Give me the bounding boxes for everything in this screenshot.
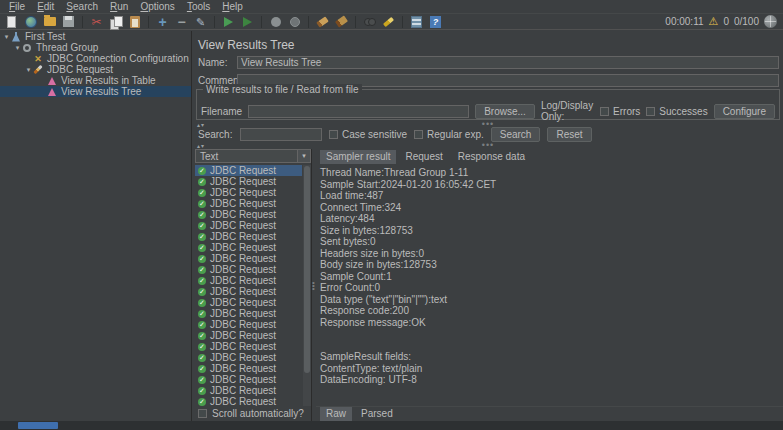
success-icon: ✓ [198, 244, 206, 252]
search-button[interactable]: Search [491, 127, 541, 142]
write-results-legend: Write results to file / Read from file [203, 84, 362, 95]
result-list-item[interactable]: ✓ JDBC Request [195, 275, 302, 286]
tree-item-first-test[interactable]: ▾ First Test [0, 31, 191, 42]
name-input[interactable] [237, 56, 779, 69]
tab-response-data[interactable]: Response data [452, 150, 531, 164]
success-icon: ✓ [198, 398, 206, 406]
tab-request[interactable]: Request [399, 150, 448, 164]
stop-icon[interactable] [268, 15, 283, 29]
menu-item[interactable]: Help [217, 1, 248, 12]
result-list-item[interactable]: ✓ JDBC Request [195, 231, 302, 242]
result-list-item[interactable]: ✓ JDBC Request [195, 264, 302, 275]
tree-item-label: View Results in Table [61, 75, 156, 86]
splitter-vertical[interactable]: ••• [311, 149, 316, 421]
edit-icon[interactable]: ✎ [193, 15, 208, 29]
result-list-item[interactable]: ✓ JDBC Request [195, 286, 302, 297]
start-icon[interactable] [221, 15, 236, 29]
chevron-down-icon[interactable]: ▾ [13, 44, 22, 52]
save-icon[interactable] [61, 15, 76, 29]
result-list-item[interactable]: ✓ JDBC Request [195, 253, 302, 264]
browse-button[interactable]: Browse... [475, 104, 535, 119]
list-scrollbar-thumb[interactable] [304, 166, 310, 373]
splitter-grip[interactable]: ••• [312, 281, 315, 290]
result-list-item[interactable]: ✓ JDBC Request [195, 220, 302, 231]
tab-parsed[interactable]: Parsed [355, 407, 399, 421]
remove-element-icon[interactable]: − [174, 15, 189, 29]
menu-item[interactable]: Run [105, 1, 133, 12]
copy-icon[interactable] [108, 15, 123, 29]
view-mode-combobox[interactable]: Text ▾ [195, 149, 311, 163]
active-task-indicator[interactable] [18, 422, 58, 429]
result-list-item[interactable]: ✓ JDBC Request [195, 385, 302, 396]
result-list-item[interactable]: ✓ JDBC Request [195, 330, 302, 341]
errors-checkbox[interactable] [600, 107, 609, 116]
successes-checkbox-wrap[interactable]: Successes [646, 106, 707, 117]
reset-button[interactable]: Reset [547, 127, 591, 142]
chevron-down-icon[interactable]: ▾ [2, 33, 11, 41]
filename-input[interactable] [248, 105, 469, 118]
open-file-icon[interactable] [42, 15, 57, 29]
result-list-item[interactable]: ✓ JDBC Request [195, 209, 302, 220]
splitter-collapse-arrows[interactable]: ▴▾ [197, 142, 205, 149]
tab-sampler-result[interactable]: Sampler result [320, 150, 396, 164]
scroll-automatically-wrap[interactable]: Scroll automatically? [195, 406, 311, 421]
results-chart-icon [47, 76, 57, 86]
combo-arrow-icon[interactable]: ▾ [297, 150, 310, 162]
tree-item-view-results-tree[interactable]: View Results Tree [0, 86, 191, 97]
menu-item[interactable]: Tools [182, 1, 215, 12]
shutdown-icon[interactable] [287, 15, 302, 29]
result-list-item[interactable]: ✓ JDBC Request [195, 352, 302, 363]
result-list-item[interactable]: ✓ JDBC Request [195, 341, 302, 352]
help-icon[interactable]: ? [428, 15, 443, 29]
elapsed-time: 00:00:11 [665, 16, 703, 27]
regular-exp-checkbox-wrap[interactable]: Regular exp. [414, 129, 484, 140]
list-scrollbar[interactable] [303, 165, 311, 406]
menu-item[interactable]: Options [135, 1, 179, 12]
tree-item-jdbc-request[interactable]: ▾ JDBC Request [0, 64, 191, 75]
result-list-item[interactable]: ✓ JDBC Request [195, 176, 302, 187]
function-helper-icon[interactable] [409, 15, 424, 29]
successes-checkbox[interactable] [646, 107, 655, 116]
tree-item-view-results-in-table[interactable]: View Results in Table [0, 75, 191, 86]
result-list-item[interactable]: ✓ JDBC Request [195, 242, 302, 253]
clear-icon[interactable] [315, 15, 330, 29]
result-list-item[interactable]: ✓ JDBC Request [195, 187, 302, 198]
result-list-item[interactable]: ✓ JDBC Request [195, 319, 302, 330]
regular-exp-checkbox[interactable] [414, 130, 423, 139]
tree-item-thread-group[interactable]: ▾ Thread Group [0, 42, 191, 53]
menu-item[interactable]: Edit [32, 1, 59, 12]
configure-button[interactable]: Configure [714, 104, 775, 119]
tab-raw[interactable]: Raw [320, 407, 352, 421]
menu-item[interactable]: Search [61, 1, 103, 12]
warning-icon[interactable]: ⚠ [709, 15, 719, 28]
result-list-item[interactable]: ✓ JDBC Request [195, 363, 302, 374]
jdbc-request-icon [33, 65, 43, 75]
case-sensitive-checkbox[interactable] [329, 130, 338, 139]
new-file-icon[interactable] [4, 15, 19, 29]
cut-icon[interactable]: ✂ [89, 15, 104, 29]
paste-icon[interactable] [127, 15, 142, 29]
templates-icon[interactable] [23, 15, 38, 29]
clear-all-icon[interactable] [334, 15, 349, 29]
result-list-item[interactable]: ✓ JDBC Request [195, 198, 302, 209]
errors-checkbox-wrap[interactable]: Errors [600, 106, 640, 117]
reset-search-icon[interactable] [381, 15, 396, 29]
result-list-item-label: JDBC Request [210, 297, 276, 308]
menu-item[interactable]: File [4, 1, 30, 12]
splitter-horizontal[interactable]: ▴▾ ••• [193, 142, 783, 149]
start-no-pauses-icon[interactable] [240, 15, 255, 29]
result-list-item[interactable]: ✓ JDBC Request [195, 396, 302, 406]
search-input[interactable] [240, 128, 322, 141]
result-list-item[interactable]: ✓ JDBC Request [195, 297, 302, 308]
add-element-icon[interactable]: + [155, 15, 170, 29]
chevron-down-icon[interactable]: ▾ [24, 66, 33, 74]
tree-item-jdbc-connection-configuration[interactable]: ✕ JDBC Connection Configuration [0, 53, 191, 64]
result-list-item[interactable]: ✓ JDBC Request [195, 165, 302, 176]
case-sensitive-checkbox-wrap[interactable]: Case sensitive [329, 129, 407, 140]
search-results-icon[interactable] [362, 15, 377, 29]
result-list-item[interactable]: ✓ JDBC Request [195, 308, 302, 319]
successes-label: Successes [659, 106, 707, 117]
result-list-item[interactable]: ✓ JDBC Request [195, 374, 302, 385]
scroll-automatically-checkbox[interactable] [198, 409, 207, 418]
tree-item-label: View Results Tree [61, 86, 141, 97]
